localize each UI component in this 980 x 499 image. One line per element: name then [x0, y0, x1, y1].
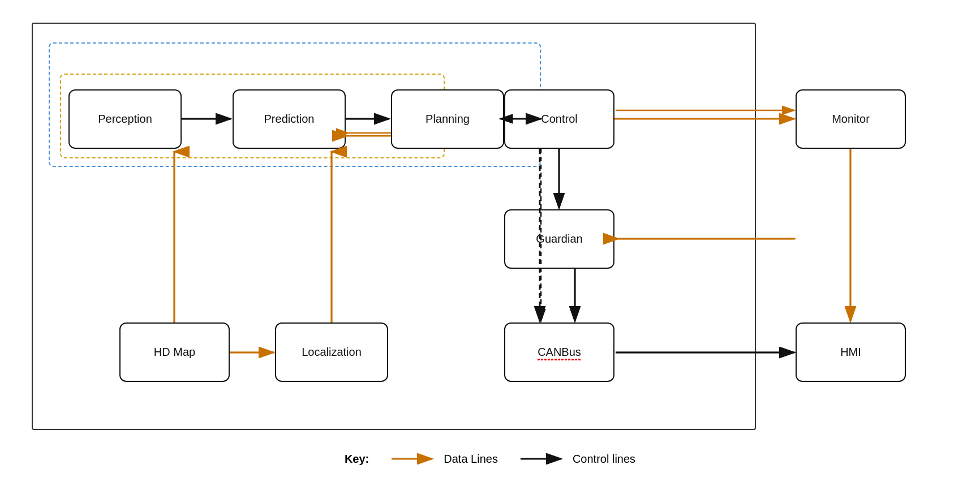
localization-label: Localization: [302, 346, 362, 359]
monitor-label: Monitor: [832, 113, 870, 126]
planning-label: Planning: [425, 113, 470, 126]
guardian-box: Guardian: [504, 209, 614, 269]
perception-box: Perception: [68, 89, 182, 149]
control-label: Control: [541, 113, 577, 126]
prediction-label: Prediction: [264, 113, 315, 126]
prediction-box: Prediction: [233, 89, 346, 149]
control-lines-icon: [521, 453, 566, 464]
guardian-label: Guardian: [536, 233, 582, 246]
perception-label: Perception: [98, 113, 152, 126]
data-lines-label: Data Lines: [444, 453, 498, 466]
canbus-box: CANBus: [504, 322, 614, 382]
canbus-label: CANBus: [538, 346, 581, 359]
diagram-container: Perception Prediction Planning Control G…: [32, 23, 948, 464]
control-lines-legend: Control lines: [521, 453, 635, 466]
control-box: Control: [504, 89, 614, 149]
hmi-box: HMI: [796, 322, 906, 382]
hdmap-label: HD Map: [154, 346, 195, 359]
legend: Key: Data Lines Control lines: [345, 453, 635, 466]
planning-box: Planning: [391, 89, 504, 149]
data-lines-legend: Data Lines: [392, 453, 498, 466]
control-lines-label: Control lines: [573, 453, 635, 466]
localization-box: Localization: [275, 322, 388, 382]
hdmap-box: HD Map: [119, 322, 230, 382]
legend-key-label: Key:: [345, 453, 369, 466]
monitor-box: Monitor: [796, 89, 906, 149]
hmi-label: HMI: [840, 346, 861, 359]
data-lines-icon: [392, 453, 437, 464]
